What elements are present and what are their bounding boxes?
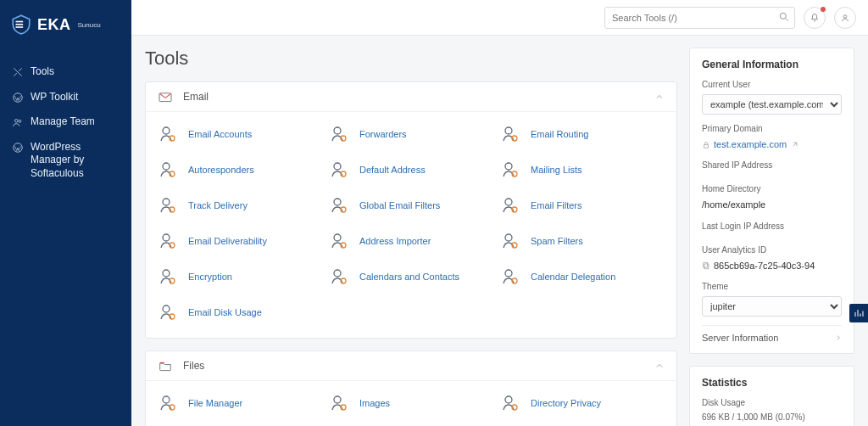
tool-label: Email Deliverability (188, 236, 267, 246)
svg-point-8 (843, 14, 847, 18)
current-user-select[interactable]: example (test.example.com) (702, 94, 842, 115)
svg-point-14 (505, 127, 512, 134)
shield-icon (10, 14, 32, 36)
disk-usage-value: 696 KB / 1,000 MB (0.07%) (702, 412, 842, 422)
sidebar-item-label: WordPress Manager by Softaculous (31, 141, 120, 181)
tool-item[interactable]: Directory Privacy (497, 386, 668, 420)
svg-point-5 (19, 121, 21, 123)
wordpress-icon (12, 142, 24, 154)
tool-item[interactable]: FTP Accounts (497, 422, 668, 426)
tool-item[interactable]: Forwarders (326, 117, 497, 151)
home-dir-value: /home/example (702, 199, 842, 211)
tool-item[interactable]: Track Delivery (154, 188, 326, 222)
notifications-button[interactable] (804, 7, 826, 29)
server-information-link[interactable]: Server Information (702, 325, 842, 343)
svg-rect-1 (16, 24, 24, 25)
brand-logo: EKA Sunucu (8, 10, 123, 39)
svg-rect-0 (16, 21, 24, 23)
sidebar-item-wp-toolkit[interactable]: WP Toolkit (8, 85, 123, 110)
sidebar-item-tools[interactable]: Tools (8, 59, 123, 85)
svg-point-45 (334, 396, 341, 403)
tool-label: Autoresponders (188, 165, 254, 175)
svg-point-16 (163, 163, 170, 170)
mail-icon (158, 91, 173, 103)
general-info-panel: General Information Current User example… (689, 48, 854, 354)
disk-usage-label: Disk Usage (702, 397, 842, 409)
home-dir-label: Home Directory (702, 183, 842, 195)
panel-header-email[interactable]: Email (146, 82, 676, 112)
svg-point-47 (505, 396, 512, 403)
search-wrap (604, 7, 795, 29)
tool-item[interactable]: Autoresponders (154, 153, 326, 187)
tool-item[interactable]: Email Accounts (154, 117, 326, 151)
theme-label: Theme (702, 281, 842, 293)
svg-point-40 (163, 305, 170, 312)
sidebar-item-wp-manager[interactable]: WordPress Manager by Softaculous (8, 135, 123, 187)
tools-column: Tools Email Email AccountsForwardersEmai… (145, 48, 677, 414)
svg-point-36 (334, 270, 341, 277)
svg-point-24 (334, 199, 341, 205)
tool-label: Images (359, 398, 390, 408)
tool-label: Forwarders (359, 129, 407, 139)
tool-item[interactable]: Email Deliverability (154, 224, 326, 258)
tool-label: Mailing Lists (531, 165, 582, 175)
theme-select[interactable]: jupiter (702, 296, 842, 317)
tool-label: Calendars and Contacts (359, 272, 459, 282)
page-title: Tools (145, 48, 677, 70)
stats-title: Statistics (702, 377, 842, 389)
panel-header-files[interactable]: Files (146, 351, 676, 381)
team-icon (12, 116, 24, 128)
sidebar-item-manage-team[interactable]: Manage Team (8, 109, 123, 135)
brand-sub: Sunucu (78, 21, 101, 29)
tool-item[interactable]: Email Disk Usage (154, 295, 326, 329)
tool-item[interactable]: Default Address (326, 153, 497, 187)
svg-point-4 (15, 120, 19, 123)
svg-point-7 (780, 13, 786, 19)
svg-point-22 (163, 199, 170, 205)
tool-item[interactable]: Address Importer (326, 224, 497, 258)
svg-point-43 (163, 396, 170, 403)
chevron-right-icon (835, 333, 842, 343)
topbar (131, 0, 868, 36)
sidebar-item-label: Tools (31, 65, 54, 79)
content: Tools Email Email AccountsForwardersEmai… (131, 36, 868, 426)
tool-item[interactable]: Disk Usage (154, 422, 326, 426)
tool-item[interactable]: Calendar Delegation (497, 260, 668, 294)
tool-item[interactable]: Encryption (154, 260, 326, 294)
analytics-id-value: 865cb69a-7c25-40c3-94 (714, 260, 815, 272)
search-input[interactable] (604, 7, 795, 29)
tool-label: Email Accounts (188, 129, 252, 139)
svg-rect-2 (16, 26, 24, 28)
tool-item[interactable]: Email Filters (497, 188, 668, 222)
primary-domain-label: Primary Domain (702, 123, 842, 135)
primary-domain-link[interactable]: test.example.com (714, 138, 787, 151)
tool-item[interactable]: Images (326, 386, 497, 420)
tool-item[interactable]: Global Email Filters (326, 188, 497, 222)
main: Tools Email Email AccountsForwardersEmai… (131, 0, 868, 426)
svg-point-10 (163, 127, 170, 134)
svg-point-18 (334, 163, 341, 170)
folder-icon (158, 360, 173, 372)
tool-item[interactable]: Web Disk (326, 422, 497, 426)
tool-item[interactable]: File Manager (154, 386, 326, 420)
tool-item[interactable]: Calendars and Contacts (326, 260, 497, 294)
bell-icon (810, 13, 820, 23)
tool-item[interactable]: Email Routing (497, 117, 668, 151)
stats-float-button[interactable] (849, 304, 868, 322)
chevron-up-icon (654, 361, 665, 371)
tool-label: Global Email Filters (359, 200, 440, 210)
tool-label: Calendar Delegation (531, 272, 615, 282)
svg-point-38 (505, 270, 512, 277)
statistics-panel: Statistics Disk Usage 696 KB / 1,000 MB … (689, 366, 854, 426)
external-link-icon (790, 141, 798, 149)
tool-item[interactable]: Spam Filters (497, 224, 668, 258)
tool-label: Email Filters (531, 200, 582, 210)
chevron-up-icon (654, 92, 665, 102)
tool-label: Email Disk Usage (188, 307, 262, 317)
sidebar-item-label: Manage Team (31, 115, 95, 129)
tool-item[interactable]: Mailing Lists (497, 153, 668, 187)
panel-title: Files (183, 360, 204, 372)
panel-title: Email (183, 91, 209, 103)
tool-label: Encryption (188, 272, 232, 282)
user-menu-button[interactable] (834, 7, 856, 29)
